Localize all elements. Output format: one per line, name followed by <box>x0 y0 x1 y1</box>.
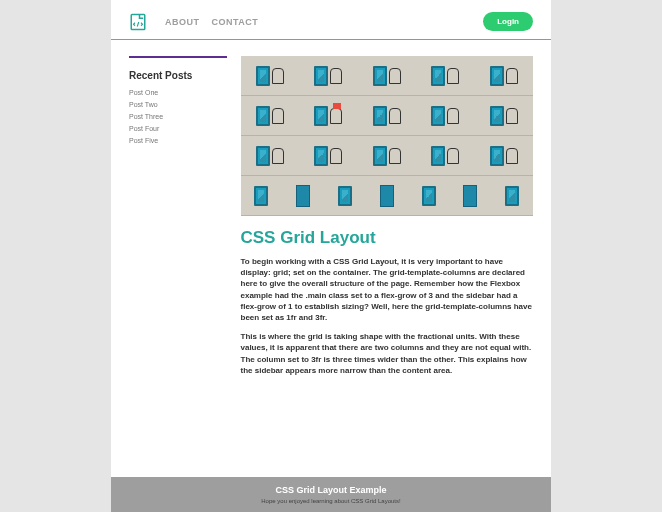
article-body: To begin working with a CSS Grid Layout,… <box>241 256 534 384</box>
main-grid: Recent Posts Post One Post Two Post Thre… <box>111 40 551 469</box>
nav-about[interactable]: ABOUT <box>165 17 200 27</box>
sidebar: Recent Posts Post One Post Two Post Thre… <box>129 56 227 469</box>
article-title: CSS Grid Layout <box>241 228 534 248</box>
sidebar-list: Post One Post Two Post Three Post Four P… <box>129 89 227 144</box>
sidebar-item-post-three[interactable]: Post Three <box>129 113 227 120</box>
paragraph-1: To begin working with a CSS Grid Layout,… <box>241 256 534 323</box>
nav-contact[interactable]: CONTACT <box>212 17 259 27</box>
sidebar-item-post-four[interactable]: Post Four <box>129 125 227 132</box>
sidebar-item-post-five[interactable]: Post Five <box>129 137 227 144</box>
nav: ABOUT CONTACT <box>165 17 483 27</box>
header: ABOUT CONTACT Login <box>111 0 551 40</box>
sidebar-item-post-one[interactable]: Post One <box>129 89 227 96</box>
footer: CSS Grid Layout Example Hope you enjoyed… <box>111 477 551 512</box>
login-button[interactable]: Login <box>483 12 533 31</box>
sidebar-item-post-two[interactable]: Post Two <box>129 101 227 108</box>
logo-icon <box>129 13 147 31</box>
hero-image <box>241 56 534 216</box>
footer-subtitle: Hope you enjoyed learning about CSS Grid… <box>111 498 551 504</box>
paragraph-2: This is where the grid is taking shape w… <box>241 331 534 376</box>
footer-title: CSS Grid Layout Example <box>111 485 551 495</box>
sidebar-heading: Recent Posts <box>129 70 227 81</box>
svg-rect-0 <box>131 14 145 29</box>
article: CSS Grid Layout To begin working with a … <box>241 56 534 469</box>
